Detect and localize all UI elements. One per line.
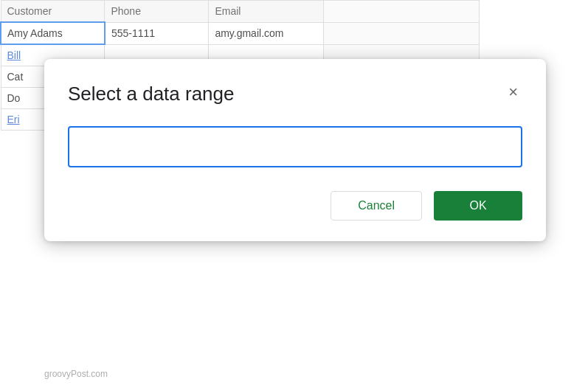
cancel-button[interactable]: Cancel	[331, 191, 422, 221]
select-data-range-dialog: Select a data range × Cancel OK	[44, 59, 546, 241]
data-range-input[interactable]	[68, 126, 522, 167]
dialog-title: Select a data range	[68, 83, 235, 105]
dialog-header: Select a data range ×	[68, 83, 522, 105]
dialog-footer: Cancel OK	[68, 191, 522, 221]
close-button[interactable]: ×	[504, 83, 522, 102]
ok-button[interactable]: OK	[434, 191, 522, 221]
